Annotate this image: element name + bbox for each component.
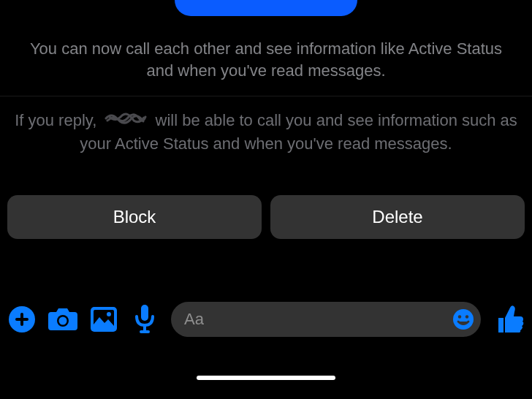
compose-bar — [0, 302, 532, 337]
photo-icon[interactable] — [86, 302, 121, 337]
microphone-icon[interactable] — [127, 302, 162, 337]
svg-point-13 — [466, 315, 468, 318]
divider — [0, 96, 532, 96]
redacted-name — [104, 110, 148, 133]
action-button-row: Block Delete — [7, 195, 525, 239]
reply-prefix: If you reply, — [15, 111, 96, 129]
thumbs-up-icon[interactable] — [493, 302, 528, 337]
camera-icon[interactable] — [45, 302, 80, 337]
svg-point-7 — [107, 312, 111, 316]
svg-rect-10 — [140, 330, 150, 333]
message-bubble-partial — [175, 0, 357, 16]
connection-info-text: You can now call each other and see info… — [0, 38, 532, 81]
message-input-wrapper — [171, 302, 481, 337]
emoji-icon[interactable] — [452, 308, 475, 331]
svg-rect-2 — [15, 318, 28, 321]
delete-button[interactable]: Delete — [270, 195, 525, 239]
reply-warning-text: If you reply, will be able to call you a… — [0, 110, 532, 155]
message-input[interactable] — [184, 310, 452, 329]
block-button[interactable]: Block — [7, 195, 262, 239]
svg-rect-9 — [143, 325, 146, 331]
svg-point-4 — [59, 317, 67, 325]
svg-point-12 — [458, 315, 461, 318]
svg-rect-8 — [141, 305, 148, 321]
svg-point-11 — [453, 309, 474, 330]
plus-circle-icon[interactable] — [4, 302, 39, 337]
home-indicator[interactable] — [197, 376, 335, 380]
